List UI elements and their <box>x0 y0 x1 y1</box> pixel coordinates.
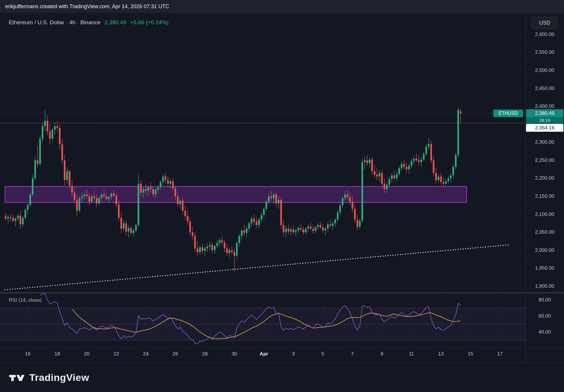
rsi-axis-label: 80.00 <box>525 297 564 303</box>
chart-header: Ethereum / U.S. Dollar · 4h · Binance 2,… <box>9 19 169 26</box>
price-axis-label: 2,600.00 <box>525 31 564 38</box>
time-axis-label: 9 <box>373 351 391 357</box>
attribution-bar: erikjuffermans created with TradingView.… <box>0 0 564 13</box>
tradingview-logo[interactable]: TradingView <box>0 363 564 392</box>
price-tag: 2,380.49 <box>526 109 563 117</box>
time-axis-label: 7 <box>344 351 361 357</box>
price-axis-label: 2,150.00 <box>525 193 564 200</box>
price-axis-label: 2,100.00 <box>525 211 564 218</box>
time-axis-label: 16 <box>19 351 37 357</box>
tradingview-logo-text: TradingView <box>29 372 89 383</box>
price-axis-label: 2,450.00 <box>525 85 564 92</box>
symbol-title[interactable]: Ethereum / U.S. Dollar · 4h · Binance <box>9 19 101 26</box>
last-price: 2,380.49 <box>105 19 126 26</box>
time-axis-label: 26 <box>167 351 184 357</box>
time-axis-label: 20 <box>78 351 96 357</box>
countdown-tag: 28:10 <box>526 117 563 124</box>
attribution-text: erikjuffermans created with TradingView.… <box>5 4 169 10</box>
price-change: +5.66 (+0.24%) <box>130 19 169 26</box>
tradingview-logo-icon <box>9 372 25 384</box>
rsi-label[interactable]: RSI (14, close) <box>9 297 41 303</box>
price-axis-label: 2,300.00 <box>525 139 564 145</box>
time-axis-label: Apr <box>255 351 273 357</box>
price-axis-label: 1,950.00 <box>525 265 564 271</box>
price-axis-label: 2,000.00 <box>525 247 564 254</box>
time-axis-label: 18 <box>49 351 66 357</box>
time-axis-label: 13 <box>432 351 450 357</box>
time-axis-label: 17 <box>491 351 509 357</box>
main-chart-canvas[interactable] <box>0 13 564 363</box>
time-axis[interactable]: 1618202224262830Apr357911131517 <box>0 347 525 363</box>
level-price-tag: 2,354.16 <box>526 124 563 132</box>
price-axis-label: 2,200.00 <box>525 175 564 181</box>
currency-button[interactable]: USD <box>531 17 558 29</box>
price-axis-label: 2,050.00 <box>525 229 564 235</box>
price-axis-label: 2,250.00 <box>525 157 564 164</box>
time-axis-label: 3 <box>285 351 302 357</box>
price-axis-label: 2,400.00 <box>525 103 564 110</box>
price-scale[interactable]: 2,380.49 28:10 2,354.16 2,600.002,550.00… <box>525 13 564 363</box>
rsi-axis-label: 60.00 <box>525 313 564 319</box>
time-axis-label: 11 <box>403 351 420 357</box>
time-axis-label: 30 <box>226 351 243 357</box>
time-axis-label: 5 <box>314 351 332 357</box>
symbol-price-pill: ETHUSD <box>493 110 523 117</box>
price-axis-label: 1,900.00 <box>525 283 564 289</box>
time-axis-label: 15 <box>462 351 479 357</box>
time-axis-label: 28 <box>196 351 214 357</box>
tradingview-chart-page: erikjuffermans created with TradingView.… <box>0 0 564 392</box>
time-axis-label: 24 <box>137 351 155 357</box>
price-axis-label: 2,500.00 <box>525 67 564 74</box>
time-axis-label: 22 <box>108 351 125 357</box>
price-axis-label: 2,550.00 <box>525 49 564 55</box>
rsi-axis-label: 40.00 <box>525 329 564 335</box>
